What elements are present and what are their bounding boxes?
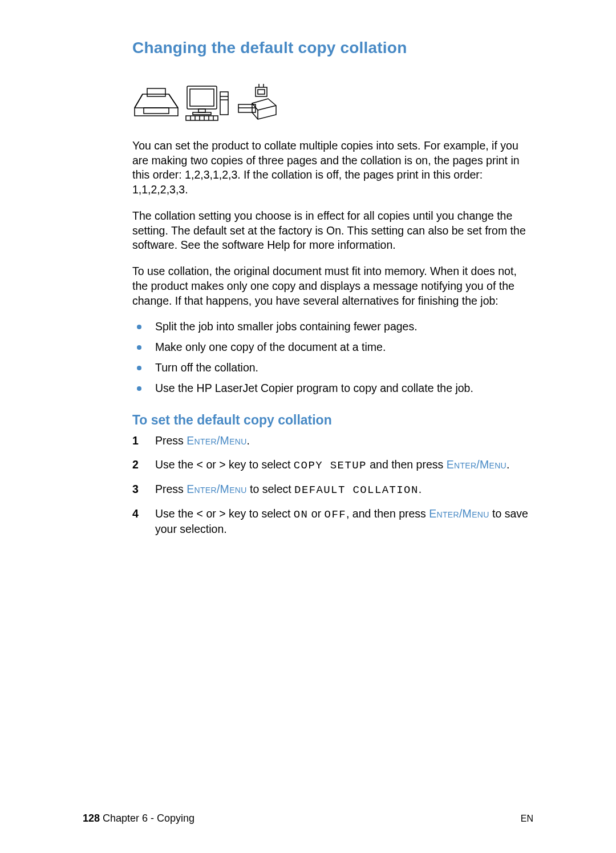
step-2: Use the < or > key to select COPY SETUP … [132, 458, 534, 473]
chapter-label: Chapter 6 - Copying [100, 812, 194, 824]
page-footer: 128 Chapter 6 - Copying EN [0, 812, 616, 824]
device-icons-row [132, 83, 534, 122]
list-item: Turn off the collation. [132, 361, 534, 375]
text: and then press [367, 458, 447, 471]
lcd-text: DEFAULT COLLATION [294, 484, 419, 496]
key-label: Enter/Menu [187, 434, 246, 447]
text: . [506, 458, 509, 471]
page-heading: Changing the default copy collation [132, 39, 534, 57]
text: to select [247, 483, 294, 495]
svg-rect-9 [220, 92, 228, 115]
svg-rect-0 [147, 88, 165, 96]
text: Use the < or > key to select [155, 458, 294, 471]
lcd-text: ON [294, 508, 309, 521]
footer-left: 128 Chapter 6 - Copying [83, 812, 194, 824]
text: Press [155, 434, 187, 447]
text: or [308, 507, 324, 520]
lcd-text: OFF [325, 508, 346, 521]
step-1: Press Enter/Menu. [132, 434, 534, 448]
key-label: Enter/Menu [429, 507, 489, 520]
lcd-text: COPY SETUP [294, 459, 367, 472]
text: . [247, 434, 250, 447]
text: Use the < or > key to select [155, 507, 294, 520]
svg-line-3 [169, 94, 178, 108]
svg-line-2 [135, 94, 143, 108]
svg-line-26 [258, 106, 276, 110]
step-4: Use the < or > key to select ON or OFF, … [132, 507, 534, 537]
page-number: 128 [83, 812, 100, 824]
text: Press [155, 483, 187, 495]
steps-list: Press Enter/Menu. Use the < or > key to … [132, 434, 534, 537]
svg-rect-7 [198, 109, 205, 112]
footer-right: EN [521, 814, 533, 824]
key-label: Enter/Menu [447, 458, 506, 471]
key-label: Enter/Menu [187, 483, 246, 495]
svg-rect-23 [238, 104, 256, 112]
svg-rect-8 [193, 112, 211, 115]
paragraph-2: The collation setting you choose is in e… [132, 209, 534, 253]
svg-rect-5 [187, 86, 217, 109]
sub-heading: To set the default copy collation [132, 413, 534, 428]
svg-rect-6 [190, 89, 214, 106]
list-item: Split the job into smaller jobs containi… [132, 320, 534, 334]
list-item: Make only one copy of the document at a … [132, 340, 534, 355]
list-item: Use the HP LaserJet Copier program to co… [132, 381, 534, 396]
paragraph-1: You can set the product to collate multi… [132, 139, 534, 197]
paragraph-3: To use collation, the original document … [132, 264, 534, 308]
svg-rect-19 [256, 87, 267, 96]
step-3: Press Enter/Menu to select DEFAULT COLLA… [132, 482, 534, 498]
text: , and then press [346, 507, 429, 520]
printer-computer-aio-icon [132, 83, 281, 122]
svg-rect-1 [144, 108, 169, 114]
alternatives-list: Split the job into smaller jobs containi… [132, 320, 534, 395]
text: . [419, 483, 422, 495]
svg-rect-22 [258, 90, 265, 94]
